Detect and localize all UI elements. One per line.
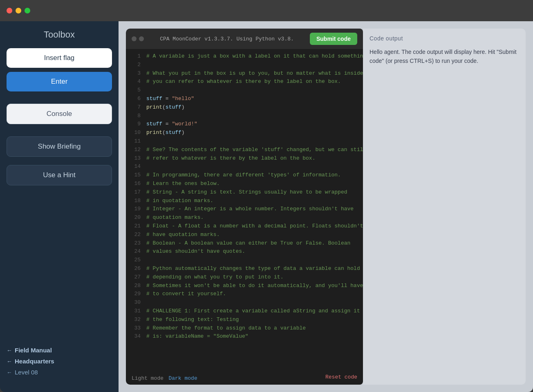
- code-line: 11: [126, 137, 363, 146]
- code-line: 29# to convert it yourself.: [126, 290, 363, 298]
- code-line: 6stuff = "hello": [126, 95, 363, 103]
- code-line: 28# Sometimes it won't be able to do it …: [126, 282, 363, 290]
- line-number: 24: [129, 247, 141, 256]
- line-content: # See? The contents of the variable 'stu…: [146, 146, 363, 154]
- line-content: # Sometimes it won't be able to do it au…: [146, 282, 363, 290]
- line-number: 14: [129, 163, 141, 171]
- code-line: 21# Float - A float is a number with a d…: [126, 222, 363, 231]
- console-button[interactable]: Console: [7, 104, 112, 124]
- headquarters-link[interactable]: ← Headquarters: [7, 358, 112, 365]
- line-content: # you can refer to whatever is there by …: [146, 78, 341, 86]
- line-content: # Integer - An integer is a whole number…: [146, 205, 354, 214]
- code-line: 19# Integer - An integer is a whole numb…: [126, 205, 363, 214]
- line-number: 3: [129, 69, 141, 78]
- editor-footer: Light mode Dark mode Reset code: [126, 371, 363, 385]
- line-content: # refer to whatever is there by the labe…: [146, 154, 315, 163]
- line-content: # Float - A float is a number with a dec…: [146, 222, 363, 231]
- line-number: 9: [129, 120, 141, 129]
- line-content: # depending on what you try to put into …: [146, 273, 283, 282]
- line-number: 15: [129, 171, 141, 180]
- code-line: 26# Python automatically changes the typ…: [126, 265, 363, 273]
- code-line: 20# quotation marks.: [126, 214, 363, 222]
- code-line: 25: [126, 256, 363, 265]
- line-number: 4: [129, 78, 141, 86]
- line-number: 26: [129, 265, 141, 273]
- code-line: 9stuff = "world!": [126, 120, 363, 129]
- output-panel: Code output Hello agent. The code output…: [363, 29, 526, 385]
- arrow-icon: ←: [7, 347, 12, 354]
- code-body[interactable]: 1# A variable is just a box with a label…: [126, 49, 363, 371]
- code-line: 3# What you put in the box is up to you,…: [126, 69, 363, 78]
- insert-flag-button[interactable]: Insert flag: [7, 48, 112, 68]
- line-content: # is: variableName = "SomeValue": [146, 332, 249, 341]
- code-line: 24# values shouldn't have quotes.: [126, 247, 363, 256]
- line-content: stuff = "world!": [146, 120, 197, 129]
- code-editor: CPA MoonCoder v1.3.3.7. Using Python v3.…: [126, 29, 363, 385]
- code-line: 14: [126, 163, 363, 171]
- light-mode-link[interactable]: Light mode: [132, 375, 163, 381]
- line-number: 1: [129, 52, 141, 61]
- line-content: # Python automatically changes the type …: [146, 265, 360, 273]
- line-content: print(stuff): [146, 103, 185, 112]
- enter-button[interactable]: Enter: [7, 72, 112, 91]
- code-line: 22# have quotation marks.: [126, 231, 363, 239]
- close-button[interactable]: [7, 8, 12, 13]
- line-number: 13: [129, 154, 141, 163]
- code-line: 1# A variable is just a box with a label…: [126, 52, 363, 61]
- line-content: # In programming, there are different 't…: [146, 171, 341, 180]
- show-briefing-button[interactable]: Show Briefing: [7, 136, 112, 157]
- line-number: 23: [129, 239, 141, 248]
- code-line: 31# CHALLENGE 1: First create a variable…: [126, 307, 363, 316]
- line-content: # quotation marks.: [146, 214, 204, 222]
- submit-code-button[interactable]: Submit code: [310, 33, 357, 45]
- line-content: # Learn the ones below.: [146, 180, 219, 188]
- line-number: 33: [129, 324, 141, 333]
- line-number: 18: [129, 197, 141, 205]
- code-line: 10print(stuff): [126, 129, 363, 137]
- line-content: # A variable is just a box with a label …: [146, 52, 363, 61]
- code-line: 16# Learn the ones below.: [126, 180, 363, 188]
- output-text: Hello agent. The code output will displa…: [370, 47, 519, 66]
- line-number: 7: [129, 103, 141, 112]
- line-number: 25: [129, 256, 141, 265]
- code-line: 13# refer to whatever is there by the la…: [126, 154, 363, 163]
- dark-mode-link[interactable]: Dark mode: [168, 375, 197, 381]
- line-number: 21: [129, 222, 141, 231]
- level-link[interactable]: ← Level 08: [7, 369, 112, 376]
- use-hint-button[interactable]: Use a Hint: [7, 165, 112, 185]
- line-number: 27: [129, 273, 141, 282]
- line-content: # Remember the format to assign data to …: [146, 324, 306, 333]
- code-line: 5: [126, 86, 363, 95]
- titlebar: [0, 0, 533, 21]
- line-number: 30: [129, 298, 141, 307]
- arrow-icon: ←: [7, 358, 12, 365]
- sidebar: Toolbox Insert flag Enter Console Show B…: [0, 21, 119, 392]
- reset-code-link[interactable]: Reset code: [325, 374, 357, 381]
- line-number: 12: [129, 146, 141, 154]
- code-line: 12# See? The contents of the variable 's…: [126, 146, 363, 154]
- code-line: 2: [126, 61, 363, 69]
- line-content: # values shouldn't have quotes.: [146, 247, 245, 256]
- line-content: # Boolean - A boolean value can either b…: [146, 239, 350, 248]
- editor-dot-1: [132, 36, 137, 41]
- main-container: Toolbox Insert flag Enter Console Show B…: [0, 21, 533, 392]
- editor-version: CPA MoonCoder v1.3.3.7. Using Python v3.…: [160, 36, 294, 42]
- line-number: 10: [129, 129, 141, 137]
- line-content: # What you put in the box is up to you, …: [146, 69, 363, 78]
- line-content: # the following text: Testing: [146, 316, 239, 324]
- line-number: 31: [129, 307, 141, 316]
- field-manual-link[interactable]: ← Field Manual: [7, 347, 112, 354]
- code-line: 34# is: variableName = "SomeValue": [126, 332, 363, 341]
- minimize-button[interactable]: [16, 8, 21, 13]
- editor-dots: [132, 36, 144, 41]
- code-line: 4# you can refer to whatever is there by…: [126, 78, 363, 86]
- code-line: 7print(stuff): [126, 103, 363, 112]
- line-content: stuff = "hello": [146, 95, 194, 103]
- line-number: 32: [129, 316, 141, 324]
- line-number: 2: [129, 61, 141, 69]
- code-line: 27# depending on what you try to put int…: [126, 273, 363, 282]
- arrow-icon: ←: [7, 369, 12, 376]
- editor-output-wrapper: CPA MoonCoder v1.3.3.7. Using Python v3.…: [126, 29, 526, 385]
- code-line: 23# Boolean - A boolean value can either…: [126, 239, 363, 248]
- maximize-button[interactable]: [25, 8, 30, 13]
